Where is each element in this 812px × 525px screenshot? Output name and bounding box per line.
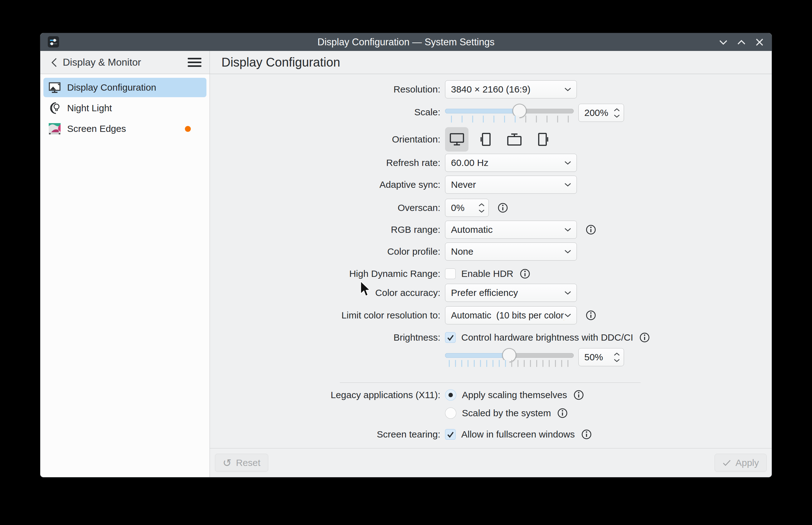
rgb-range-label: RGB range: <box>210 224 440 235</box>
menu-button[interactable] <box>188 56 201 70</box>
page-title: Display Configuration <box>210 51 772 74</box>
overscan-info-icon[interactable] <box>498 202 508 213</box>
screen-tearing-checkbox[interactable] <box>445 429 456 440</box>
spin-up-icon[interactable] <box>614 352 620 356</box>
legacy-scaled-by-system-info-icon[interactable] <box>557 408 568 418</box>
info-icon <box>573 390 584 400</box>
legacy-scaled-by-system-label: Scaled by the system <box>462 408 551 418</box>
limit-color-resolution-info-icon[interactable] <box>585 310 596 320</box>
orientation-portrait-right-button[interactable] <box>531 127 555 152</box>
overscan-spinbox[interactable]: 0% <box>445 199 489 217</box>
spin-down-icon[interactable] <box>614 359 620 362</box>
sidebar-item-night-light[interactable]: Night Light <box>43 99 206 118</box>
unsaved-changes-dot <box>185 126 191 132</box>
color-profile-dropdown[interactable]: None <box>445 242 577 260</box>
chevron-left-icon <box>50 57 58 68</box>
screen-tearing-option-label: Allow in fullscreen windows <box>461 429 575 440</box>
orientation-landscape-button[interactable] <box>445 127 468 152</box>
info-icon <box>498 202 508 213</box>
info-icon <box>585 224 596 235</box>
legacy-apply-scaling-radio[interactable] <box>445 389 456 401</box>
portrait-right-icon <box>535 132 551 147</box>
sidebar-item-screen-edges[interactable]: Screen Edges <box>43 119 206 138</box>
info-icon <box>557 408 568 418</box>
sidebar-item-label: Screen Edges <box>67 123 126 134</box>
refresh-rate-label: Refresh rate: <box>210 158 440 168</box>
scale-slider[interactable] <box>445 103 574 122</box>
resolution-dropdown[interactable]: 3840 × 2160 (16:9) <box>445 80 577 99</box>
close-button[interactable] <box>754 36 765 48</box>
enable-hdr-option-label: Enable HDR <box>461 268 513 279</box>
reset-button[interactable]: ↺ Reset <box>215 454 268 472</box>
orientation-portrait-left-button[interactable] <box>474 127 497 152</box>
chevron-down-icon <box>564 87 572 92</box>
night-light-icon <box>48 102 61 115</box>
titlebar[interactable]: Display Configuration — System Settings <box>40 33 772 51</box>
orientation-label: Orientation: <box>210 134 440 145</box>
enable-hdr-checkbox[interactable] <box>445 268 456 279</box>
info-icon <box>585 310 596 320</box>
orientation-landscape-flipped-button[interactable] <box>502 127 526 152</box>
apply-button-label: Apply <box>735 457 759 468</box>
chevron-down-icon <box>564 250 572 254</box>
brightness-slider[interactable] <box>445 347 574 367</box>
chevron-down-icon <box>564 313 572 317</box>
brightness-value: 50% <box>584 352 614 362</box>
screen-tearing-info-icon[interactable] <box>581 429 592 440</box>
brightness-spinbox[interactable]: 50% <box>578 348 624 366</box>
undo-icon: ↺ <box>223 457 232 468</box>
resolution-value: 3840 × 2160 (16:9) <box>451 84 564 95</box>
color-accuracy-dropdown[interactable]: Prefer efficiency <box>445 284 577 302</box>
info-icon <box>639 332 650 343</box>
screen-tearing-label: Screen tearing: <box>210 429 440 440</box>
system-settings-window: Display Configuration — System Settings … <box>40 33 772 477</box>
main-content: Display Configuration Resolution: 3840 ×… <box>210 51 772 477</box>
limit-color-resolution-label: Limit color resolution to: <box>210 310 440 320</box>
overscan-label: Overscan: <box>210 202 440 213</box>
apply-button[interactable]: Apply <box>715 454 767 472</box>
display-form: Resolution: 3840 × 2160 (16:9) Scale: <box>210 74 772 448</box>
portrait-left-icon <box>478 132 494 147</box>
legacy-apply-scaling-label: Apply scaling themselves <box>462 390 567 400</box>
limit-color-resolution-value: Automatic (10 bits per color) <box>451 310 564 320</box>
ddc-brightness-checkbox[interactable] <box>445 332 456 343</box>
scale-label: Scale: <box>210 107 440 118</box>
adaptive-sync-label: Adaptive sync: <box>210 179 440 190</box>
refresh-rate-value: 60.00 Hz <box>451 158 564 168</box>
color-accuracy-value: Prefer efficiency <box>451 287 564 298</box>
minimize-button[interactable] <box>717 36 729 48</box>
spin-down-icon[interactable] <box>479 209 485 213</box>
chevron-down-icon <box>564 182 572 187</box>
landscape-icon <box>449 133 465 146</box>
legacy-apply-scaling-info-icon[interactable] <box>573 390 584 400</box>
rgb-range-info-icon[interactable] <box>585 224 596 235</box>
color-profile-value: None <box>451 246 564 257</box>
scale-value: 200% <box>584 107 614 118</box>
spin-up-icon[interactable] <box>614 108 620 111</box>
scale-spinbox[interactable]: 200% <box>578 104 624 122</box>
hdr-info-icon[interactable] <box>520 268 530 279</box>
checkmark-icon <box>446 333 454 342</box>
sidebar-item-label: Night Light <box>67 103 112 114</box>
chevron-up-icon <box>737 39 746 45</box>
refresh-rate-dropdown[interactable]: 60.00 Hz <box>445 154 577 172</box>
overscan-value: 0% <box>451 202 479 213</box>
info-icon <box>520 268 530 279</box>
legacy-scaled-by-system-radio[interactable] <box>445 407 456 419</box>
spin-down-icon[interactable] <box>614 115 620 118</box>
limit-color-resolution-dropdown[interactable]: Automatic (10 bits per color) <box>445 306 577 325</box>
info-icon <box>581 429 592 440</box>
hdr-label: High Dynamic Range: <box>210 268 440 279</box>
rgb-range-dropdown[interactable]: Automatic <box>445 221 577 239</box>
footer-bar: ↺ Reset Apply <box>210 448 772 477</box>
adaptive-sync-dropdown[interactable]: Never <box>445 176 577 194</box>
chevron-down-icon <box>564 161 572 165</box>
back-button[interactable] <box>48 55 60 70</box>
spin-up-icon[interactable] <box>479 203 485 207</box>
maximize-button[interactable] <box>735 36 747 48</box>
brightness-info-icon[interactable] <box>639 332 650 343</box>
monitor-icon <box>48 81 61 94</box>
chevron-down-icon <box>719 39 728 45</box>
sidebar-item-display-configuration[interactable]: Display Configuration <box>43 78 206 97</box>
sidebar-item-label: Display Configuration <box>67 82 156 93</box>
